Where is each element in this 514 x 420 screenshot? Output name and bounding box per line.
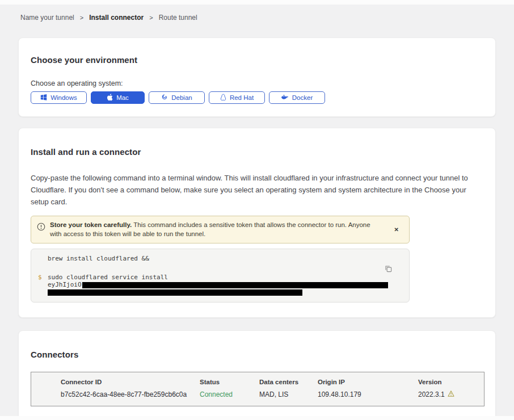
column-header-version: Version [418, 379, 484, 385]
environment-card-title: Choose your environment [31, 55, 483, 65]
redacted-token-bar [82, 282, 388, 288]
breadcrumb-separator: > [149, 14, 153, 21]
version-value: 2022.3.1 [418, 390, 484, 398]
apple-icon [107, 94, 113, 102]
command-line-2-text: sudo cloudflared service install [48, 274, 168, 281]
breadcrumb-route-tunnel[interactable]: Route tunnel [159, 14, 197, 22]
copy-icon[interactable] [384, 264, 393, 275]
connector-id-value: b7c52c42-6caa-48ee-8c77-fbe259cb6c0a [61, 390, 200, 398]
os-select-label: Choose an operating system: [31, 79, 483, 87]
token-warning-banner: Store your token carefully. This command… [31, 216, 410, 243]
column-header-status: Status [200, 379, 259, 385]
connectors-table-header: Connector ID Status Data centers Origin … [31, 379, 484, 385]
redacted-token-bar [48, 289, 302, 296]
status-badge: Connected [200, 390, 259, 398]
os-button-mac[interactable]: Mac [91, 91, 145, 104]
os-button-label: Windows [50, 94, 77, 101]
top-edge-strip [0, 0, 514, 5]
token-line-2 [38, 288, 402, 296]
close-icon[interactable]: ✕ [391, 224, 402, 235]
bottom-edge-strip [0, 416, 514, 420]
column-header-connector-id: Connector ID [61, 379, 200, 385]
warning-title: Store your token carefully. [50, 221, 132, 228]
warning-triangle-icon [448, 390, 454, 398]
data-centers-value: MAD, LIS [259, 390, 318, 398]
environment-card: Choose your environment Choose an operat… [18, 37, 496, 117]
install-command-block: brew install cloudflared && $sudo cloudf… [31, 249, 410, 303]
connectors-table: Connector ID Status Data centers Origin … [31, 372, 484, 406]
windows-icon [40, 94, 47, 102]
install-description: Copy-paste the following command into a … [31, 172, 482, 208]
os-button-label: Mac [116, 94, 129, 101]
os-button-label: Docker [292, 94, 313, 101]
os-button-docker[interactable]: Docker [269, 91, 325, 104]
command-line-1: brew install cloudflared && [38, 255, 402, 262]
os-button-redhat[interactable]: Red Hat [209, 91, 265, 104]
docker-whale-icon [281, 94, 289, 101]
os-button-label: Red Hat [230, 94, 254, 101]
column-header-origin-ip: Origin IP [318, 379, 418, 385]
breadcrumb-install-connector[interactable]: Install connector [89, 14, 144, 22]
connectors-card-title: Connectors [31, 350, 483, 359]
version-number: 2022.3.1 [418, 390, 445, 398]
install-connector-card: Install and run a connector Copy-paste t… [18, 128, 496, 318]
warning-text: Store your token carefully. This command… [50, 221, 376, 238]
table-row: b7c52c42-6caa-48ee-8c77-fbe259cb6c0a Con… [31, 390, 484, 398]
origin-ip-value: 109.48.10.179 [318, 390, 418, 398]
debian-icon [161, 94, 168, 102]
os-button-group: Windows Mac Debian Red Hat Docker [31, 91, 483, 104]
os-button-label: Debian [171, 94, 192, 101]
column-header-data-centers: Data centers [259, 379, 318, 385]
token-line: eyJhIjoiO [38, 281, 402, 288]
breadcrumb-separator: > [80, 14, 83, 21]
token-prefix: eyJhIjoiO [48, 281, 82, 288]
os-button-debian[interactable]: Debian [149, 91, 205, 104]
shell-prompt: $ [38, 274, 42, 281]
install-card-title: Install and run a connector [31, 147, 483, 157]
alert-circle-icon [37, 222, 45, 233]
linux-penguin-icon [220, 94, 226, 102]
command-line-2: $sudo cloudflared service install [38, 274, 402, 281]
breadcrumb-name-your-tunnel[interactable]: Name your tunnel [20, 14, 74, 22]
os-button-windows[interactable]: Windows [31, 91, 87, 104]
connectors-card: Connectors Connector ID Status Data cent… [18, 330, 496, 420]
